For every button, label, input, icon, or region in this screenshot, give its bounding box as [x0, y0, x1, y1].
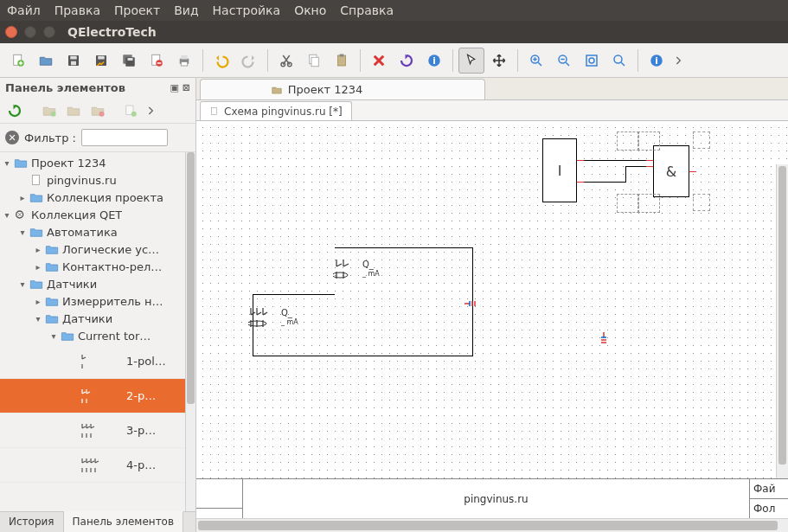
- component-q1[interactable]: [333, 258, 359, 283]
- svg-rect-25: [586, 55, 597, 66]
- os-menubar[interactable]: Файл Правка Проект Вид Настройка Окно Сп…: [0, 0, 788, 21]
- menu-help[interactable]: Справка: [340, 3, 394, 17]
- svg-rect-13: [181, 55, 188, 60]
- svg-rect-4: [71, 61, 76, 65]
- terminal-marker[interactable]: [464, 298, 477, 311]
- panel-toolbar-overflow-button[interactable]: [144, 99, 159, 122]
- library-item[interactable]: 2-p…: [0, 379, 185, 413]
- tree-item[interactable]: ▾Проект 1234: [0, 154, 185, 171]
- panel-edit-category-button[interactable]: [62, 99, 85, 122]
- menu-edit[interactable]: Правка: [54, 3, 100, 17]
- save-as-button[interactable]: [88, 48, 114, 74]
- tree-item[interactable]: ▸Логические ус…: [0, 240, 185, 258]
- save-button[interactable]: [61, 48, 86, 74]
- library-item[interactable]: 4-p…: [0, 448, 185, 483]
- svg-rect-9: [128, 58, 133, 61]
- menu-file[interactable]: Файл: [7, 3, 41, 17]
- rotate-button[interactable]: [394, 48, 420, 74]
- filter-label: Фильтр :: [24, 131, 76, 144]
- undo-button[interactable]: [208, 48, 234, 74]
- panel-delete-category-button[interactable]: [86, 99, 109, 122]
- about-button[interactable]: i: [644, 48, 669, 74]
- terminal-marker[interactable]: [599, 332, 612, 347]
- wire-segment: [577, 182, 625, 183]
- zoom-out-button[interactable]: [551, 48, 577, 74]
- tree-item[interactable]: pingvinus.ru: [0, 171, 185, 189]
- vertical-scrollbar[interactable]: [776, 164, 788, 478]
- info-button[interactable]: i: [421, 48, 447, 74]
- tree-item[interactable]: ▾Автоматика: [0, 223, 185, 240]
- library-item[interactable]: 1-pol…: [0, 344, 185, 379]
- title-block-r2: Фол: [750, 499, 788, 518]
- panel-import-button[interactable]: [119, 99, 142, 122]
- close-button[interactable]: [144, 48, 170, 74]
- delete-button[interactable]: [366, 48, 392, 74]
- panel-tab-elements[interactable]: Панель элементов: [64, 511, 184, 532]
- library-item[interactable]: 3-p…: [0, 413, 185, 448]
- panel-reload-button[interactable]: [3, 99, 26, 122]
- logic-block-i-label: I: [558, 163, 562, 179]
- tree-item[interactable]: ▾Коллекция QET: [0, 206, 185, 223]
- zoom-in-button[interactable]: [523, 48, 549, 74]
- panel-close-icon[interactable]: ⊠: [183, 82, 190, 93]
- filter-clear-button[interactable]: ✕: [5, 131, 19, 144]
- menu-window[interactable]: Окно: [294, 3, 326, 17]
- logic-block-and[interactable]: &: [653, 145, 689, 197]
- svg-point-37: [333, 272, 348, 278]
- svg-point-33: [131, 111, 137, 116]
- print-button[interactable]: [171, 48, 197, 74]
- menu-project[interactable]: Проект: [114, 3, 160, 17]
- toolbar-overflow-button[interactable]: [671, 48, 687, 74]
- ghost-element: [617, 131, 639, 151]
- window-close-button[interactable]: [5, 26, 17, 38]
- window-maximize-button[interactable]: [43, 26, 55, 38]
- svg-rect-6: [98, 55, 105, 59]
- filter-input[interactable]: [81, 129, 168, 146]
- zoom-reset-button[interactable]: [606, 48, 632, 74]
- move-tool-button[interactable]: [486, 48, 512, 74]
- ghost-element: [693, 194, 710, 211]
- panel-new-category-button[interactable]: [38, 99, 61, 122]
- svg-rect-19: [338, 55, 346, 66]
- menu-view[interactable]: Вид: [174, 3, 198, 17]
- sheet-tab[interactable]: Схема pingvinus.ru [*]: [200, 101, 352, 120]
- tree-item[interactable]: ▸Измерритель н…: [0, 292, 185, 310]
- tree-item[interactable]: ▸Контактно-рел…: [0, 258, 185, 275]
- wire-segment: [577, 160, 653, 161]
- panel-tab-history[interactable]: История: [0, 512, 64, 532]
- logic-block-i[interactable]: I: [542, 138, 577, 202]
- horizontal-scrollbar[interactable]: [196, 518, 788, 532]
- svg-rect-36: [212, 107, 217, 114]
- tree-item[interactable]: ▾Датчики: [0, 310, 185, 327]
- tree-item[interactable]: ▸Коллекция проекта: [0, 189, 185, 206]
- tree-item[interactable]: ▾Current tor…: [0, 327, 185, 344]
- wire-segment: [625, 166, 626, 183]
- project-tab-label: Проект 1234: [288, 83, 363, 96]
- menu-settings[interactable]: Настройка: [213, 3, 281, 17]
- logic-block-and-label: &: [666, 163, 676, 180]
- schematic-canvas[interactable]: Q_ _ mA Q_ _ mA: [196, 121, 788, 478]
- paste-button[interactable]: [329, 48, 355, 74]
- window-title: QElectroTech: [67, 25, 157, 39]
- open-button[interactable]: [33, 48, 59, 74]
- tree-scrollbar[interactable]: [185, 152, 195, 511]
- pointer-tool-button[interactable]: [458, 48, 484, 74]
- save-all-button[interactable]: [116, 48, 142, 74]
- window-titlebar: QElectroTech: [0, 21, 788, 43]
- elements-tree[interactable]: ▾Проект 1234pingvinus.ru▸Коллекция проек…: [0, 152, 185, 511]
- title-block: pingvinus.ru Фай Фол: [196, 478, 788, 518]
- zoom-fit-button[interactable]: [579, 48, 605, 74]
- project-tab[interactable]: Проект 1234: [200, 79, 485, 99]
- copy-button[interactable]: [301, 48, 327, 74]
- svg-point-31: [99, 111, 105, 116]
- cut-button[interactable]: [273, 48, 299, 74]
- component-q2[interactable]: [248, 306, 278, 331]
- redo-button[interactable]: [236, 48, 262, 74]
- ghost-element: [637, 131, 660, 151]
- svg-rect-20: [340, 54, 344, 56]
- panel-detach-icon[interactable]: ▣: [170, 82, 178, 93]
- folder-icon: [271, 84, 283, 96]
- new-file-button[interactable]: [5, 48, 31, 74]
- window-minimize-button[interactable]: [24, 26, 36, 38]
- tree-item[interactable]: ▾Датчики: [0, 275, 185, 292]
